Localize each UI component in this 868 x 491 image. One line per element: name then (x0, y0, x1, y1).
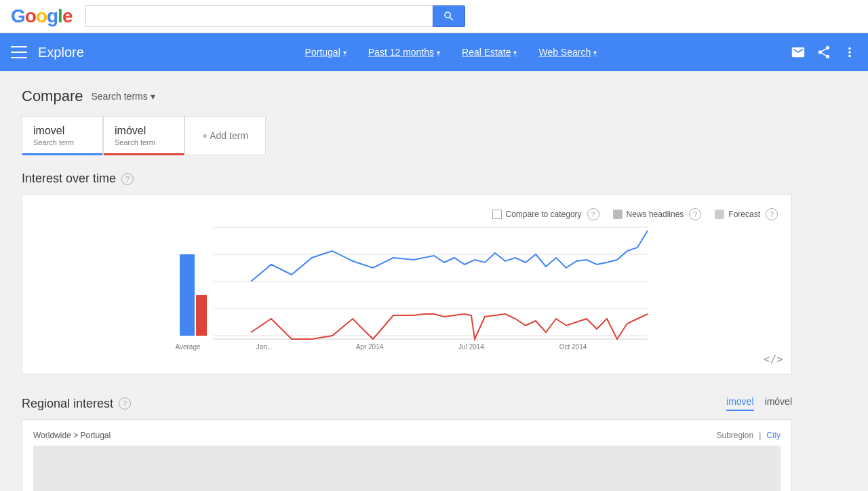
add-term-button[interactable]: + Add term (184, 116, 266, 155)
term-card-2[interactable]: imóvel Search term (103, 116, 184, 155)
main-content: Compare Search terms ▾ imovel Search ter… (0, 71, 814, 491)
compare-header: Compare Search terms ▾ (22, 87, 792, 105)
chevron-down-icon: ▾ (437, 49, 440, 56)
interest-chart: Average Jan... Apr 2014 Jul 2014 Oct 201… (159, 214, 654, 363)
interest-title: Interest over time (22, 172, 116, 186)
news-help-icon[interactable]: ? (689, 208, 701, 220)
tab-imovel2[interactable]: imóvel (765, 396, 792, 411)
term-cards: imovel Search term imóvel Search term + … (22, 116, 792, 155)
svg-text:Average: Average (175, 343, 201, 351)
term-type-1: Search term (33, 138, 92, 146)
more-vert-icon[interactable] (842, 45, 857, 60)
regional-left: Regional interest ? (22, 397, 131, 411)
forecast-option: Forecast ? (715, 208, 778, 220)
chevron-down-icon: ▾ (513, 49, 517, 56)
compare-help-icon[interactable]: ? (587, 208, 599, 220)
term-type-2: Search term (115, 138, 173, 146)
regional-section: Regional interest ? imovel imóvel Worldw… (22, 396, 792, 491)
interest-help-icon[interactable]: ? (121, 173, 134, 185)
term-card-1[interactable]: imovel Search term (22, 116, 103, 155)
forecast-help-icon[interactable]: ? (766, 208, 778, 220)
svg-text:Apr 2014: Apr 2014 (356, 343, 384, 351)
avg-bar-red (196, 295, 207, 336)
nav-filters: Portugal ▾ Past 12 months ▾ Real Estate … (111, 43, 791, 62)
compare-title: Compare (22, 87, 83, 105)
news-headlines-option: News headlines ? (613, 208, 702, 220)
mail-icon[interactable] (791, 45, 806, 60)
svg-text:Jul 2014: Jul 2014 (458, 343, 484, 351)
svg-text:Jan...: Jan... (256, 343, 273, 351)
google-logo: Google (11, 5, 72, 27)
filter-search-type[interactable]: Web Search ▾ (530, 43, 605, 62)
news-swatch (613, 210, 623, 219)
nav-bar: Explore Portugal ▾ Past 12 months ▾ Real… (0, 33, 868, 71)
chart-svg-wrapper: Average Jan... Apr 2014 Jul 2014 Oct 201… (33, 214, 781, 363)
regional-header: Regional interest ? imovel imóvel (22, 396, 792, 411)
nav-actions (791, 45, 857, 60)
compare-checkbox[interactable] (492, 210, 502, 219)
regional-title: Regional interest (22, 397, 113, 411)
city-link[interactable]: City (766, 431, 781, 440)
search-terms-dropdown[interactable]: Search terms ▾ (91, 91, 155, 102)
regional-tabs: imovel imóvel (726, 396, 792, 411)
top-search-bar: Google (0, 0, 868, 33)
term-name-2: imóvel (115, 125, 173, 137)
filter-time[interactable]: Past 12 months ▾ (360, 43, 448, 62)
interest-section-header: Interest over time ? (22, 172, 792, 186)
search-button[interactable] (433, 5, 465, 27)
svg-text:Oct 2014: Oct 2014 (559, 343, 587, 351)
regional-help-icon[interactable]: ? (119, 397, 131, 410)
filter-category[interactable]: Real Estate ▾ (454, 43, 525, 62)
forecast-swatch (715, 210, 724, 219)
search-input[interactable] (85, 5, 433, 27)
term-name-1: imovel (33, 125, 92, 137)
subregion-links: Subregion | City (716, 431, 781, 440)
avg-bar-blue (180, 254, 195, 336)
search-icon (443, 10, 455, 22)
red-line (251, 314, 648, 339)
breadcrumb: Worldwide > Portugal (33, 431, 111, 440)
subregion-label: Subregion (716, 431, 753, 440)
chevron-down-icon: ▾ (593, 49, 597, 56)
compare-to-category-option: Compare to category ? (492, 208, 599, 220)
search-box (85, 5, 465, 27)
nav-title: Explore (38, 45, 84, 60)
filter-location[interactable]: Portugal ▾ (297, 43, 355, 62)
chevron-down-icon: ▾ (343, 49, 347, 56)
subregion-header: Worldwide > Portugal Subregion | City (33, 431, 781, 446)
blue-line (251, 231, 648, 281)
chart-options: Compare to category ? News headlines ? F… (492, 208, 778, 220)
chart-container: Compare to category ? News headlines ? F… (22, 194, 792, 374)
hamburger-menu-icon[interactable] (11, 46, 27, 58)
chevron-down-icon: ▾ (151, 91, 155, 102)
share-icon[interactable] (816, 45, 831, 60)
map-placeholder (33, 446, 781, 491)
embed-icon[interactable]: </> (764, 353, 783, 366)
tab-imovel[interactable]: imovel (726, 396, 753, 411)
regional-content: Worldwide > Portugal Subregion | City (22, 419, 792, 491)
